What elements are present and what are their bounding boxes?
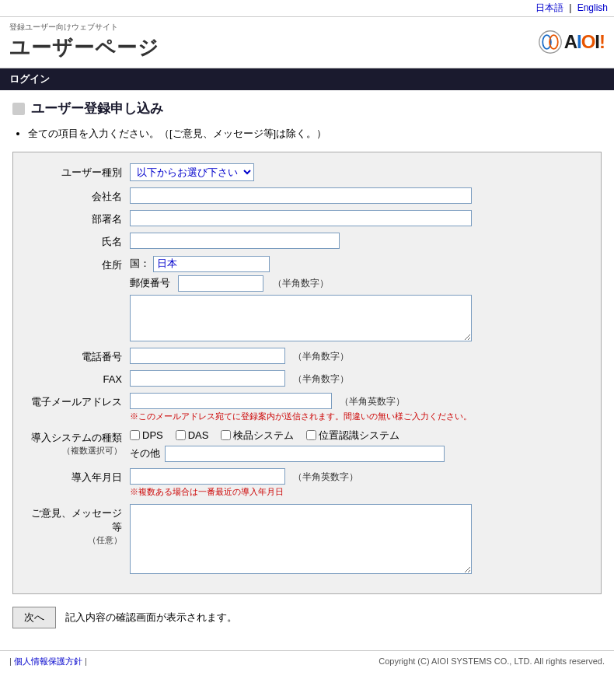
form-area: ユーザー種別 以下からお選び下さい。 会社名 部署名 氏名: [12, 152, 602, 594]
login-bar-label: ログイン: [9, 73, 50, 85]
system-other-label: その他: [130, 446, 160, 460]
das-label: DAS: [188, 429, 209, 441]
kensa-checkbox[interactable]: [221, 430, 231, 440]
instruction-text: 全ての項目を入力ください。（[ご意見、メッセージ等]は除く。）: [28, 128, 326, 139]
phone-field: （半角数字）: [130, 348, 585, 364]
login-bar: ログイン: [0, 68, 614, 90]
date-hint: （半角英数字）: [293, 471, 358, 482]
user-type-label: ユーザー種別: [29, 163, 130, 180]
email-label: 電子メールアドレス: [29, 393, 130, 409]
name-input[interactable]: [130, 233, 340, 249]
email-row: 電子メールアドレス （半角英数字） ※このメールアドレス宛てに登録案内が送信され…: [29, 393, 585, 422]
department-label: 部署名: [29, 210, 130, 226]
aioi-wordmark: AIOI!: [564, 31, 605, 53]
fax-input[interactable]: [130, 370, 285, 387]
header-left: 登録ユーザー向けウェブサイト ユーザーページ: [9, 22, 159, 61]
system-checkboxes: DPS DAS 検品システム 位置認識システム: [130, 429, 585, 443]
name-row: 氏名: [29, 233, 585, 249]
dps-checkbox[interactable]: [130, 430, 140, 440]
system-row: 導入システムの種類 （複数選択可） DPS DAS 検品システム: [29, 429, 585, 462]
ichi-checkbox[interactable]: [306, 430, 316, 440]
country-row: 国：: [130, 256, 585, 272]
phone-label: 電話番号: [29, 348, 130, 364]
section-heading-text: ユーザー登録申し込み: [31, 100, 163, 117]
company-field: [130, 187, 585, 204]
english-lang-link[interactable]: English: [577, 2, 608, 13]
email-note: ※このメールアドレス宛てに登録案内が送信されます。間違いの無い様ご入力ください。: [130, 411, 585, 422]
comment-row: ご意見、メッセージ等 （任意）: [29, 504, 585, 576]
lang-separator: |: [569, 2, 571, 13]
country-label: 国：: [130, 257, 150, 271]
postal-input[interactable]: [178, 275, 263, 292]
user-type-field: 以下からお選び下さい。: [130, 163, 585, 181]
address-textarea[interactable]: [130, 295, 472, 341]
system-other-input[interactable]: [165, 446, 445, 462]
company-row: 会社名: [29, 187, 585, 204]
system-field: DPS DAS 検品システム 位置認識システム: [130, 429, 585, 462]
system-other-row: その他: [130, 446, 585, 462]
section-heading: ユーザー登録申し込み: [12, 100, 602, 117]
aioi-logo: AIOI!: [538, 30, 605, 54]
kensa-checkbox-label[interactable]: 検品システム: [221, 429, 294, 443]
comment-field: [130, 504, 585, 576]
system-label: 導入システムの種類 （複数選択可）: [29, 429, 130, 457]
date-row: 導入年月日 （半角英数字） ※複数ある場合は一番最近の導入年月日: [29, 468, 585, 498]
address-row: 住所 国： 郵便番号 （半角数字）: [29, 256, 585, 341]
email-hint: （半角英数字）: [340, 396, 405, 407]
language-bar: 日本語 | English: [0, 0, 614, 17]
postal-row: 郵便番号 （半角数字）: [130, 275, 585, 292]
site-title: ユーザーページ: [9, 34, 159, 61]
submit-note: 記入内容の確認画面が表示されます。: [65, 611, 237, 625]
kensa-label: 検品システム: [233, 429, 294, 443]
email-input[interactable]: [130, 393, 332, 409]
footer-separator-left: |: [9, 656, 12, 666]
header: 登録ユーザー向けウェブサイト ユーザーページ AIOI!: [0, 17, 614, 68]
name-label: 氏名: [29, 233, 130, 249]
dps-label: DPS: [142, 429, 163, 441]
japanese-lang-link[interactable]: 日本語: [536, 2, 563, 13]
comment-label: ご意見、メッセージ等 （任意）: [29, 504, 130, 547]
section-heading-icon: [12, 103, 25, 115]
footer: | 個人情報保護方針 | Copyright (C) AIOI SYSTEMS …: [0, 650, 614, 672]
footer-left: | 個人情報保護方針 |: [9, 656, 87, 667]
fax-hint: （半角数字）: [293, 373, 349, 384]
dps-checkbox-label[interactable]: DPS: [130, 429, 163, 441]
company-label: 会社名: [29, 187, 130, 204]
das-checkbox-label[interactable]: DAS: [176, 429, 209, 441]
user-type-select[interactable]: 以下からお選び下さい。: [130, 163, 254, 181]
site-subtitle: 登録ユーザー向けウェブサイト: [9, 22, 159, 33]
date-input[interactable]: [130, 468, 285, 485]
address-label: 住所: [29, 256, 130, 272]
postal-hint: （半角数字）: [273, 277, 329, 290]
company-input[interactable]: [130, 187, 472, 204]
department-input[interactable]: [130, 210, 472, 226]
page-content: ユーザー登録申し込み 全ての項目を入力ください。（[ご意見、メッセージ等]は除く…: [0, 90, 614, 650]
instructions: 全ての項目を入力ください。（[ご意見、メッセージ等]は除く。）: [12, 127, 602, 141]
postal-label: 郵便番号: [130, 276, 170, 290]
date-field: （半角英数字） ※複数ある場合は一番最近の導入年月日: [130, 468, 585, 498]
footer-copyright: Copyright (C) AIOI SYSTEMS CO., LTD. All…: [379, 656, 605, 666]
address-field: 国： 郵便番号 （半角数字）: [130, 256, 585, 341]
ichi-checkbox-label[interactable]: 位置認識システム: [306, 429, 399, 443]
fax-label: FAX: [29, 370, 130, 387]
footer-separator-right: |: [85, 656, 87, 666]
name-field: [130, 233, 585, 249]
das-checkbox[interactable]: [176, 430, 186, 440]
phone-row: 電話番号 （半角数字）: [29, 348, 585, 364]
fax-field: （半角数字）: [130, 370, 585, 387]
aioi-circle-icon: [538, 30, 563, 54]
comment-textarea[interactable]: [130, 504, 472, 574]
ichi-label: 位置認識システム: [319, 429, 399, 443]
date-label: 導入年月日: [29, 468, 130, 485]
user-type-row: ユーザー種別 以下からお選び下さい。: [29, 163, 585, 181]
phone-hint: （半角数字）: [293, 351, 349, 362]
next-button[interactable]: 次へ: [12, 607, 56, 628]
fax-row: FAX （半角数字）: [29, 370, 585, 387]
department-row: 部署名: [29, 210, 585, 226]
country-input[interactable]: [153, 256, 270, 272]
submit-row: 次へ 記入内容の確認画面が表示されます。: [12, 607, 602, 628]
date-note: ※複数ある場合は一番最近の導入年月日: [130, 486, 585, 498]
phone-input[interactable]: [130, 348, 285, 364]
email-field: （半角英数字） ※このメールアドレス宛てに登録案内が送信されます。間違いの無い様…: [130, 393, 585, 422]
privacy-link[interactable]: 個人情報保護方針: [14, 656, 82, 666]
